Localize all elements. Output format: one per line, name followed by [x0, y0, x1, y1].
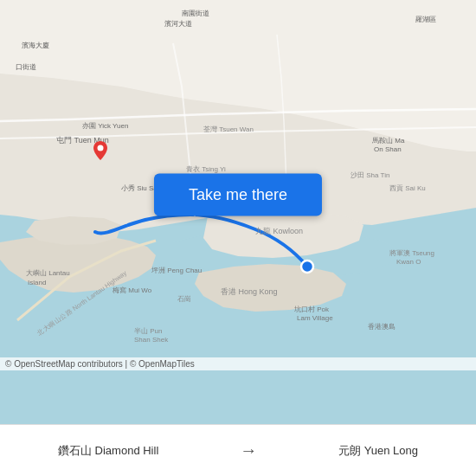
svg-text:濱河大道: 濱河大道 [164, 20, 192, 28]
svg-text:香港澳島: 香港澳島 [368, 323, 396, 331]
copyright-bar: © OpenStreetMap contributors | © OpenMap… [0, 357, 476, 370]
svg-text:將軍澳 Tseung: 將軍澳 Tseung [389, 249, 434, 257]
svg-text:坪洲 Peng Chau: 坪洲 Peng Chau [151, 267, 202, 274]
footer-arrow: → [240, 441, 257, 460]
svg-text:口街道: 口街道 [16, 63, 36, 71]
from-station: 鑽石山 Diamond Hill [58, 443, 158, 459]
copyright-text: © OpenStreetMap contributors | © OpenMap… [5, 359, 195, 369]
svg-text:半山 Pun: 半山 Pun [134, 327, 162, 335]
svg-text:沙田 Sha Tin: 沙田 Sha Tin [351, 171, 389, 179]
svg-text:Shan Shek: Shan Shek [134, 336, 169, 344]
svg-text:濱海大廈: 濱海大廈 [22, 42, 49, 49]
svg-text:亦園 Yick Yuen: 亦園 Yick Yuen [82, 122, 128, 130]
footer-to: 元朗 Yuen Long [338, 443, 418, 459]
svg-text:香港 Hong Kong: 香港 Hong Kong [221, 287, 278, 296]
svg-text:九龍 Kowloon: 九龍 Kowloon [255, 227, 303, 235]
svg-point-30 [98, 145, 104, 151]
svg-text:荃灣 Tsuen Wan: 荃灣 Tsuen Wan [203, 125, 254, 133]
svg-text:西貢 Sai Ku: 西貢 Sai Ku [389, 184, 426, 192]
svg-text:Island: Island [28, 279, 46, 286]
to-station: 元朗 Yuen Long [338, 443, 418, 459]
svg-text:On Shan: On Shan [374, 145, 402, 153]
svg-text:羅湖區: 羅湖區 [415, 16, 436, 23]
svg-text:坑口村 Pok: 坑口村 Pok [293, 306, 330, 313]
svg-text:Lam Village: Lam Village [297, 314, 333, 322]
svg-point-31 [301, 261, 313, 273]
svg-text:石崗: 石崗 [177, 295, 191, 303]
svg-text:大嶼山 Lantau: 大嶼山 Lantau [26, 269, 70, 277]
map-container: 屯門 Tuen Mun 小秀 Siu Sau 亦園 Yick Yuen 荃灣 T… [0, 0, 476, 424]
svg-text:Kwan O: Kwan O [396, 258, 421, 266]
svg-text:馬鞍山 Ma: 馬鞍山 Ma [371, 137, 405, 145]
svg-text:梅窩 Mui Wo: 梅窩 Mui Wo [112, 286, 152, 294]
footer: 鑽石山 Diamond Hill → 元朗 Yuen Long [0, 424, 476, 476]
footer-from: 鑽石山 Diamond Hill [58, 443, 158, 459]
svg-text:南園街道: 南園街道 [182, 10, 209, 17]
svg-text:青衣 Tsing Yi: 青衣 Tsing Yi [186, 165, 226, 173]
take-me-there-button[interactable]: Take me there [154, 174, 322, 216]
